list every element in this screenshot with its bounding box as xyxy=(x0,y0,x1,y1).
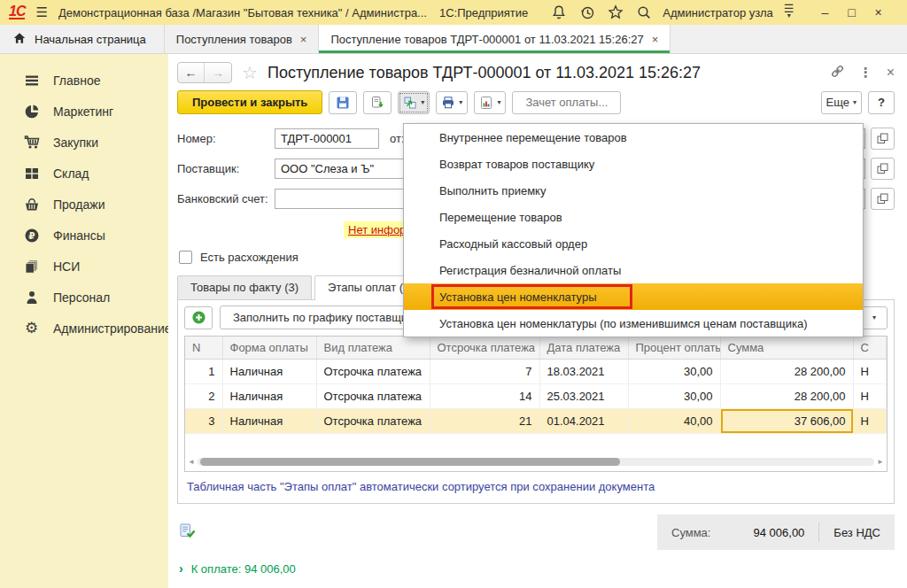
cell[interactable]: 21 xyxy=(430,409,539,434)
person-icon xyxy=(23,289,40,306)
main-menu-icon[interactable]: ☰ xyxy=(35,4,47,20)
to-pay-expander[interactable]: › К оплате: 94 006,00 xyxy=(179,561,907,576)
history-icon[interactable] xyxy=(579,4,595,20)
close-window-button[interactable]: × xyxy=(867,5,890,19)
cell[interactable]: 1 xyxy=(185,360,222,384)
cell[interactable]: 2 xyxy=(185,384,222,409)
table-row[interactable]: 2 Наличная Отсрочка платежа 14 25.03.202… xyxy=(185,384,887,409)
cell[interactable]: 40,00 xyxy=(628,409,720,434)
print-button[interactable]: ▾ xyxy=(436,91,468,114)
menu-item-cashless-payment-registration[interactable]: Регистрация безналичной оплаты xyxy=(404,257,863,283)
pie-chart-icon xyxy=(23,103,40,120)
sidebar-item-nsi[interactable]: НСИ xyxy=(0,251,168,282)
col-payment-type[interactable]: Вид платежа xyxy=(316,337,430,360)
cell[interactable]: 30,00 xyxy=(628,360,720,384)
minimize-button[interactable]: – xyxy=(814,5,837,19)
col-deferral[interactable]: Отсрочка платежа xyxy=(430,337,539,360)
cell[interactable]: Н xyxy=(853,360,887,384)
col-clipped[interactable]: С xyxy=(853,337,887,360)
save-button[interactable] xyxy=(329,91,357,114)
sidebar-item-administration[interactable]: ⚙ Администрирование xyxy=(0,313,168,344)
cell[interactable]: 18.03.2021 xyxy=(539,360,628,384)
scroll-left-icon[interactable]: ◄ xyxy=(188,459,195,466)
add-row-button[interactable] xyxy=(184,306,213,329)
offset-payment-button[interactable]: Зачет оплаты... xyxy=(512,91,621,114)
menu-item-set-item-prices-by-changed[interactable]: Установка цен номенклатуры (по изменивши… xyxy=(404,310,863,337)
sidebar-item-purchases[interactable]: Закупки xyxy=(0,127,168,158)
cell[interactable]: 3 xyxy=(185,409,222,434)
table-row-selected[interactable]: 3 Наличная Отсрочка платежа 21 01.04.202… xyxy=(185,409,887,434)
menu-item-cash-outflow-order[interactable]: Расходный кассовый ордер xyxy=(404,230,863,257)
user-menu-icon[interactable]: ☰▾ xyxy=(784,5,795,19)
menu-item-return-to-supplier[interactable]: Возврат товаров поставщику xyxy=(404,151,863,177)
cell[interactable]: Отсрочка платежа xyxy=(316,384,430,409)
menu-item-internal-transfer[interactable]: Внутреннее перемещение товаров xyxy=(404,124,863,151)
home-icon xyxy=(12,31,27,48)
cell[interactable]: Наличная xyxy=(222,409,316,434)
open-date-icon[interactable] xyxy=(871,128,895,150)
more-button[interactable]: Еще▾ xyxy=(821,91,862,114)
col-payment-date[interactable]: Дата платежа xyxy=(539,337,628,360)
fill-by-supplier-schedule-button[interactable]: Заполнить по графику поставщика xyxy=(220,306,432,329)
horizontal-scrollbar[interactable]: ◄ ► xyxy=(188,455,884,468)
cell[interactable]: Наличная xyxy=(222,360,316,384)
cell[interactable]: Н xyxy=(853,409,887,434)
sidebar-item-sales[interactable]: Продажи xyxy=(0,189,168,220)
favorites-star-icon[interactable] xyxy=(608,4,624,20)
search-icon[interactable] xyxy=(636,4,652,20)
sidebar-item-main[interactable]: Главное xyxy=(0,65,168,96)
cell[interactable]: 7 xyxy=(430,360,539,384)
sidebar-item-marketing[interactable]: Маркетинг xyxy=(0,96,168,127)
post-document-button[interactable] xyxy=(363,91,391,114)
create-based-on-button[interactable]: ▾ xyxy=(398,91,430,114)
open-bank-account-icon[interactable] xyxy=(871,188,895,210)
current-user[interactable]: Администратор узла xyxy=(663,6,773,19)
col-payment-percent[interactable]: Процент оплаты xyxy=(628,337,720,360)
open-supplier-icon[interactable] xyxy=(871,158,895,180)
cell[interactable]: 25.03.2021 xyxy=(539,384,628,409)
get-link-icon[interactable] xyxy=(830,64,845,82)
sidebar-item-personnel[interactable]: Персонал xyxy=(0,282,168,313)
back-button[interactable]: ← xyxy=(178,63,205,82)
tab-close-icon[interactable]: × xyxy=(300,33,307,46)
table-row[interactable]: 1 Наличная Отсрочка платежа 7 18.03.2021… xyxy=(185,360,887,384)
sidebar-item-warehouse[interactable]: Склад xyxy=(0,158,168,189)
menu-item-set-item-prices[interactable]: Установка цен номенклатуры xyxy=(404,283,863,310)
favorite-star-icon[interactable]: ☆ xyxy=(242,64,258,81)
scrollbar-thumb[interactable] xyxy=(200,458,620,466)
toolbar-combo-dropdown[interactable]: ▾ xyxy=(861,306,888,329)
help-button[interactable]: ? xyxy=(868,91,895,114)
cell[interactable]: Отсрочка платежа xyxy=(316,360,430,384)
selected-amount-cell[interactable]: 37 606,00 xyxy=(720,409,853,434)
reports-button[interactable]: ▾ xyxy=(474,91,506,114)
cell[interactable]: 28 200,00 xyxy=(720,384,853,409)
sidebar-item-finance[interactable]: ₽ Финансы xyxy=(0,220,168,251)
tab-receipt-document[interactable]: Поступление товаров ТДРТ-000001 от 11.03… xyxy=(319,25,671,53)
cell[interactable]: Наличная xyxy=(222,384,316,409)
discrepancies-checkbox[interactable] xyxy=(179,251,192,264)
menu-item-goods-transfer[interactable]: Перемещение товаров xyxy=(404,204,863,230)
cell[interactable]: 14 xyxy=(430,384,539,409)
col-n[interactable]: N xyxy=(185,337,222,360)
scroll-right-icon[interactable]: ► xyxy=(877,459,884,466)
number-input[interactable]: ТДРТ-000001 xyxy=(275,128,379,149)
close-document-icon[interactable]: × xyxy=(887,65,895,81)
forward-button[interactable]: → xyxy=(205,63,231,82)
cell[interactable]: Н xyxy=(853,384,887,409)
notifications-bell-icon[interactable] xyxy=(551,4,567,20)
tab-home-page[interactable]: Начальная страница xyxy=(0,25,165,53)
cell[interactable]: Отсрочка платежа xyxy=(316,409,430,434)
tab-close-icon[interactable]: × xyxy=(652,33,659,46)
maximize-button[interactable]: □ xyxy=(841,5,864,19)
cell[interactable]: 01.04.2021 xyxy=(539,409,628,434)
menu-item-perform-acceptance[interactable]: Выполнить приемку xyxy=(404,177,863,204)
col-amount[interactable]: Сумма xyxy=(720,337,853,360)
cell[interactable]: 28 200,00 xyxy=(720,360,853,384)
tab-goods-by-fact[interactable]: Товары по факту (3) xyxy=(177,275,312,299)
col-payment-form[interactable]: Форма оплаты xyxy=(222,337,316,360)
tab-receipts-list[interactable]: Поступления товаров × xyxy=(165,25,320,53)
document-check-icon[interactable] xyxy=(179,522,196,543)
post-and-close-button[interactable]: Провести и закрыть xyxy=(177,90,322,114)
more-actions-kebab-icon[interactable]: ⋮ xyxy=(859,65,872,81)
cell[interactable]: 30,00 xyxy=(628,384,720,409)
